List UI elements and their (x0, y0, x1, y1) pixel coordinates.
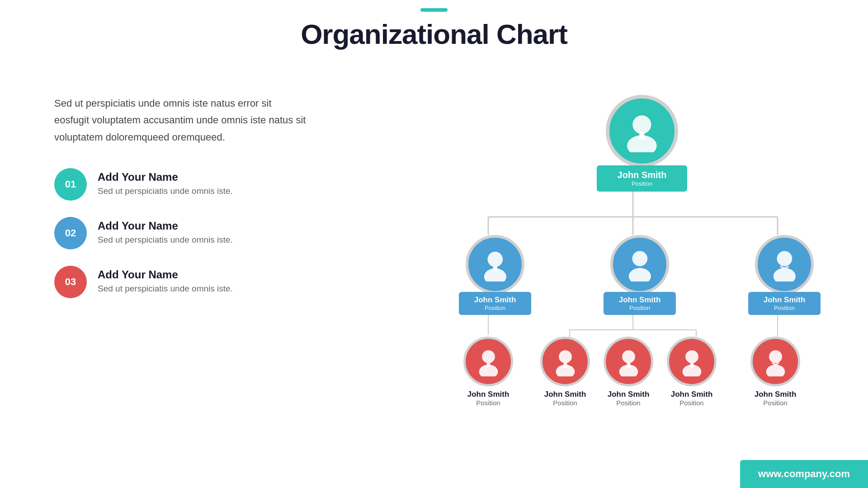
level3-avatar-icon-4 (677, 347, 707, 376)
svg-rect-18 (493, 266, 497, 271)
svg-point-23 (482, 350, 495, 363)
level3-avatar-3 (604, 337, 653, 386)
level3-node-5: John Smith Position (750, 337, 800, 407)
level3-avatar-2 (540, 337, 590, 386)
level2-avatar-icon-center (623, 247, 657, 282)
level3-avatar-5 (750, 337, 800, 386)
level2-name-badge-left: John Smith Position (459, 292, 531, 315)
level3-label-1: John Smith Position (467, 390, 509, 407)
level2-node-right: John Smith Position (748, 235, 821, 315)
level2-name-badge-center: John Smith Position (604, 292, 676, 315)
level3-label-3: John Smith Position (608, 390, 650, 407)
list-item-2: 02 Add Your Name Sed ut perspiciatis und… (54, 217, 307, 249)
level2-node-center: John Smith Position (604, 235, 676, 315)
svg-point-19 (632, 251, 647, 266)
level3-label-5: John Smith Position (755, 390, 797, 407)
level3-label-4: John Smith Position (671, 390, 713, 407)
list-desc-1: Sed ut perspiciatis unde omnis iste. (98, 186, 233, 196)
list-content-2: Add Your Name Sed ut perspiciatis unde o… (98, 217, 233, 245)
level3-node-3: John Smith Position (604, 337, 653, 407)
level3-node-1: John Smith Position (463, 337, 513, 407)
root-node: John Smith Position (597, 95, 687, 192)
level3-avatar-icon-1 (474, 347, 503, 376)
footer-url: www.company.com (758, 468, 850, 479)
svg-point-34 (685, 350, 698, 363)
level3-avatar-icon-5 (761, 347, 790, 376)
level2-avatar-center (610, 235, 669, 294)
svg-point-12 (632, 115, 651, 134)
root-avatar (606, 95, 678, 167)
level2-node-left: John Smith Position (459, 235, 531, 315)
org-chart: John Smith Position John Smith Position … (434, 45, 832, 438)
level3-label-2: John Smith Position (544, 390, 586, 407)
level2-avatar-left (466, 235, 524, 294)
list-item-1: 01 Add Your Name Sed ut perspiciatis und… (54, 168, 307, 201)
svg-point-22 (773, 268, 795, 282)
list-desc-3: Sed ut perspiciatis unde omnis iste. (98, 284, 233, 294)
level2-avatar-icon-left (478, 247, 513, 282)
list-item-3: 03 Add Your Name Sed ut perspiciatis und… (54, 266, 307, 298)
badge-03: 03 (54, 266, 87, 298)
level3-node-2: John Smith Position (540, 337, 590, 407)
level2-name-badge-right: John Smith Position (748, 292, 821, 315)
list-desc-2: Sed ut perspiciatis unde omnis iste. (98, 235, 233, 245)
list-name-2: Add Your Name (98, 220, 233, 232)
svg-point-38 (766, 365, 785, 376)
svg-point-16 (487, 252, 503, 267)
root-name-badge: John Smith Position (597, 165, 687, 192)
svg-rect-25 (486, 363, 490, 367)
page-header: Organizational Chart (0, 0, 868, 50)
badge-02: 02 (54, 217, 87, 249)
svg-point-37 (769, 350, 782, 363)
level2-avatar-right (755, 235, 814, 294)
root-avatar-icon (621, 110, 663, 152)
svg-point-26 (559, 350, 572, 363)
level3-avatar-4 (667, 337, 717, 386)
footer-bar: www.company.com (740, 460, 868, 488)
level3-avatar-icon-3 (614, 347, 643, 376)
header-accent-bar (420, 8, 448, 12)
description-text: Sed ut perspiciatis unde omnis iste natu… (54, 95, 307, 145)
list-name-3: Add Your Name (98, 268, 233, 281)
list-name-1: Add Your Name (98, 171, 233, 183)
level2-avatar-icon-right (767, 247, 802, 282)
svg-point-20 (628, 268, 651, 282)
list-content-3: Add Your Name Sed ut perspiciatis unde o… (98, 266, 233, 294)
list-content-1: Add Your Name Sed ut perspiciatis unde o… (98, 168, 233, 196)
svg-point-30 (622, 350, 635, 363)
level3-avatar-1 (463, 337, 513, 386)
svg-rect-36 (690, 363, 693, 367)
left-panel: Sed ut perspiciatis unde omnis iste natu… (54, 95, 307, 314)
level3-node-4: John Smith Position (667, 337, 717, 407)
level3-avatar-icon-2 (551, 347, 580, 376)
svg-point-21 (777, 251, 792, 266)
badge-01: 01 (54, 168, 87, 201)
